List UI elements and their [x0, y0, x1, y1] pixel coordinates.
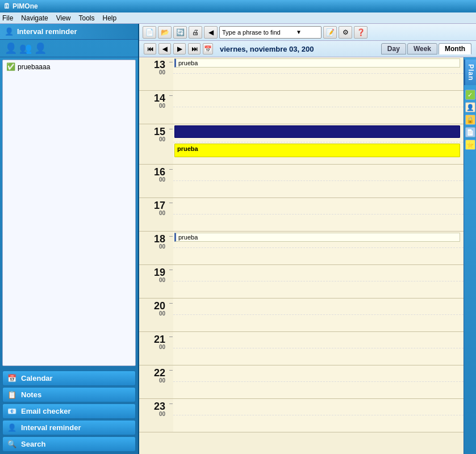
- tab-month[interactable]: Month: [439, 43, 471, 54]
- notes-tb-button[interactable]: 📝: [323, 26, 337, 39]
- calendar-icon: 📅: [7, 374, 16, 382]
- new-button[interactable]: 📄: [143, 26, 156, 39]
- menu-view[interactable]: View: [56, 14, 71, 22]
- menu-tools[interactable]: Tools: [79, 14, 95, 22]
- time-slot-18: 18 00 prueba: [139, 232, 464, 265]
- prev-button[interactable]: ◀: [158, 43, 171, 54]
- edge-check-button[interactable]: ✓: [465, 90, 475, 100]
- view-tabs: Day Week Month: [381, 43, 471, 54]
- settings-button[interactable]: ⚙: [339, 26, 352, 39]
- date-label: viernes, noviembre 03, 200: [220, 45, 374, 53]
- notes-icon: 📋: [7, 390, 16, 399]
- edge-doc-button[interactable]: 📄: [465, 127, 475, 137]
- titlebar: 🗓 PIMOne: [0, 0, 476, 12]
- notes-label: Notes: [21, 390, 41, 399]
- nav-row: ⏮ ◀ ▶ ⏭ 📅 viernes, noviembre 03, 200 Day…: [139, 41, 476, 57]
- reminder-icon: 👤: [7, 423, 16, 432]
- sidebar-list: ✅ pruebaaaa: [2, 60, 136, 366]
- edge-star-button[interactable]: ⭐: [465, 140, 475, 150]
- email-icon: 📧: [7, 407, 16, 415]
- event-15-blue[interactable]: [174, 125, 460, 138]
- app-icon: 🗓: [3, 2, 10, 10]
- menu-help[interactable]: Help: [103, 14, 117, 22]
- time-slot-21: 21 00: [139, 332, 464, 365]
- dropdown-icon[interactable]: ▼: [296, 29, 302, 35]
- refresh-button[interactable]: 🔄: [173, 26, 187, 39]
- search-box[interactable]: ▼: [219, 26, 321, 39]
- plan-tab[interactable]: Plan: [464, 60, 477, 85]
- print-button[interactable]: 🖨: [189, 26, 202, 39]
- menu-navigate[interactable]: Navigate: [21, 14, 48, 22]
- sidebar-nav: 📅 Calendar 📋 Notes 📧 Email checker 👤 Int…: [0, 368, 138, 454]
- time-slot-16: 16 00: [139, 165, 464, 198]
- first-button[interactable]: ⏮: [144, 43, 156, 54]
- tab-day[interactable]: Day: [381, 43, 406, 54]
- check-icon: ✅: [6, 62, 15, 71]
- sidebar-item-email[interactable]: 📧 Email checker: [2, 403, 136, 419]
- search-label: Search: [21, 440, 45, 448]
- time-slot-15: 15 00 prueba: [139, 124, 464, 165]
- list-item[interactable]: ✅ pruebaaaa: [4, 61, 134, 72]
- app-title: PIMOne: [12, 2, 38, 10]
- tab-week[interactable]: Week: [407, 43, 437, 54]
- edge-person-button[interactable]: 👤: [465, 102, 475, 112]
- sidebar-item-notes[interactable]: 📋 Notes: [2, 387, 136, 402]
- time-slot-22: 22 00: [139, 365, 464, 399]
- reminder-label: Interval reminder: [21, 423, 81, 432]
- event-13[interactable]: prueba: [174, 58, 460, 68]
- next-button[interactable]: ▶: [173, 43, 186, 54]
- sidebar-header-icon: 👤: [5, 27, 14, 36]
- main-layout: 👤 Interval reminder 👤 👥 👤 ✅ pruebaaaa 📅 …: [0, 24, 476, 454]
- calendar-row: 13 00 prueba 14 00: [139, 57, 476, 454]
- sidebar: 👤 Interval reminder 👤 👥 👤 ✅ pruebaaaa 📅 …: [0, 24, 139, 454]
- menubar: File Navigate View Tools Help: [0, 12, 476, 24]
- search-icon: 🔍: [7, 440, 16, 448]
- menu-file[interactable]: File: [2, 14, 13, 22]
- sidebar-header: 👤 Interval reminder: [0, 24, 138, 40]
- sidebar-header-label: Interval reminder: [17, 27, 77, 36]
- time-slot-19: 19 00: [139, 265, 464, 299]
- time-slot-17: 17 00: [139, 198, 464, 232]
- list-item-label: pruebaaaa: [18, 63, 50, 71]
- toolbar: 📄 📂 🔄 🖨 ◀ ▼ 📝 ⚙ ❓: [139, 24, 476, 41]
- time-slot-14: 14 00: [139, 91, 464, 124]
- help-button[interactable]: ❓: [354, 26, 368, 39]
- sidebar-item-reminder[interactable]: 👤 Interval reminder: [2, 420, 136, 435]
- calendar-label: Calendar: [21, 374, 53, 382]
- icon-person2: 👥: [19, 42, 32, 54]
- email-label: Email checker: [21, 407, 70, 415]
- calendar-area[interactable]: 13 00 prueba 14 00: [139, 57, 464, 454]
- event-15-yellow[interactable]: prueba: [174, 144, 460, 157]
- time-slot-23: 23 00: [139, 399, 464, 432]
- event-18[interactable]: prueba: [174, 233, 460, 242]
- time-slot-13: 13 00 prueba: [139, 57, 464, 91]
- open-button[interactable]: 📂: [158, 26, 172, 39]
- right-edge: Plan ✓ 👤 🔒 📄 ⭐: [464, 57, 476, 454]
- sidebar-item-calendar[interactable]: 📅 Calendar: [2, 371, 136, 386]
- edge-lock-button[interactable]: 🔒: [465, 115, 475, 125]
- icon-person3: 👤: [34, 42, 47, 54]
- time-slot-20: 20 00: [139, 299, 464, 332]
- search-input[interactable]: [222, 29, 296, 36]
- sidebar-item-search[interactable]: 🔍 Search: [2, 436, 136, 452]
- sidebar-icons-row: 👤 👥 👤: [0, 40, 138, 57]
- icon-person1: 👤: [5, 42, 17, 54]
- back-button[interactable]: ◀: [204, 26, 218, 39]
- last-button[interactable]: ⏭: [188, 43, 201, 54]
- right-panel: 📄 📂 🔄 🖨 ◀ ▼ 📝 ⚙ ❓ ⏮ ◀ ▶ ⏭ 📅 viernes, nov…: [139, 24, 476, 454]
- calendar-nav-button[interactable]: 📅: [203, 43, 213, 54]
